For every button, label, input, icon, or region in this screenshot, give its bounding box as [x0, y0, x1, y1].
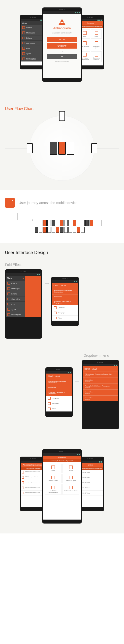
white-row[interactable]: Meu grupo — [46, 401, 72, 406]
white-row[interactable]: Meu grupo — [52, 310, 78, 316]
tile-videos[interactable]: Vídeos — [62, 464, 79, 473]
close-icon[interactable]: ✕ — [22, 277, 24, 280]
menu-item[interactable]: Ajuda — [6, 307, 25, 312]
ui-title: User Interface Design — [5, 250, 119, 255]
flow-thumb — [91, 143, 97, 153]
calendar-icon — [22, 42, 25, 44]
dd-item[interactable]: Matemática — [52, 294, 78, 299]
fold-row: SONY Menu✕ Cursos Mensagens Estante Cale… — [5, 269, 119, 338]
login-subtitle: Login com Conta Google — [52, 32, 72, 34]
dropdown-label: Dropdown menu — [5, 354, 109, 358]
white-row[interactable]: Fórum — [46, 406, 72, 412]
ui-section: User Interface Design Fold Effect SONY M… — [0, 243, 124, 444]
shelf-icon — [22, 37, 25, 39]
help-icon — [22, 52, 25, 55]
videos-icon — [95, 31, 98, 35]
flow-section: User Flow Chart — [0, 99, 124, 190]
arrow-icon: ⟶ — [75, 380, 79, 383]
tile-cadernos[interactable]: Cadernos de Atividades — [62, 484, 79, 495]
menu-item[interactable]: Mensagens — [6, 286, 25, 291]
dropdown-row: SONY CEAD - Inicial Administração Financ… — [5, 360, 119, 429]
phone-fold-large: SONY Menu✕ Cursos Mensagens Estante Cale… — [5, 269, 42, 338]
dd-item[interactable]: Administração Financeira e Orçamentária — [46, 379, 72, 385]
slides-icon — [83, 31, 86, 35]
arrow-icon: ⟶ — [45, 282, 49, 285]
phone-dropdown-large: SONY CEAD - Inicial Administração Financ… — [82, 360, 119, 429]
tile-material[interactable]: Material de Apoio — [62, 474, 79, 483]
white-row[interactable]: Fórum — [52, 316, 78, 321]
tile-plano[interactable]: Plano de Ensino — [45, 474, 62, 483]
dd-item[interactable]: Promoção, Publicidade e Propaganda — [46, 390, 72, 396]
fold-label: Fold Effect — [5, 263, 119, 267]
bottom-section: SONY Atividades Supervisionadas Administ… — [0, 444, 124, 534]
logo-icon — [58, 19, 66, 25]
phone-brand: SONY — [43, 9, 81, 10]
flow-thumb — [59, 111, 65, 121]
tile-slides[interactable]: Slides — [45, 464, 62, 473]
tile-cadernos[interactable]: Cadernos de Atividades — [91, 51, 102, 62]
phone-dropdown-small: SONY CEAD - Inicial Administração Financ… — [46, 367, 73, 417]
menu-item[interactable]: Perfil — [6, 302, 25, 307]
tile-videos[interactable]: Vídeos — [91, 30, 102, 39]
flow-circle — [30, 116, 94, 180]
white-row[interactable]: Conteúdo — [46, 396, 72, 401]
dd-item[interactable]: MatemáticaANO 2013/1 — [83, 395, 118, 401]
journey-section: User journey across the mobile device — [0, 190, 124, 243]
profile-icon — [22, 47, 25, 50]
doc-icon — [22, 471, 24, 474]
login-ra-button[interactable]: RA — [47, 54, 77, 59]
activities-icon — [83, 53, 86, 56]
menu-item[interactable]: Estante — [6, 291, 25, 296]
phone-login: SONY Anhanguera Login com Conta Google A… — [42, 8, 82, 82]
bell-icon — [22, 58, 25, 60]
journey-arrow — [17, 213, 32, 220]
dd-item[interactable]: MatemáticaANO 2013/1 — [83, 378, 118, 384]
menu-item[interactable]: Notificações — [6, 312, 25, 317]
tile-atv[interactable]: Atv. Práticas Supervisionadas — [45, 484, 62, 495]
dd-item[interactable]: Matemática — [46, 385, 72, 390]
white-row[interactable]: Conteúdo — [52, 305, 78, 310]
journey-thumbs — [35, 220, 104, 233]
flow-center — [50, 142, 74, 155]
flow-title: User Flow Chart — [5, 106, 119, 111]
content-title: Conteúdo — [43, 456, 81, 459]
flow-thumb — [27, 143, 33, 153]
dd-item[interactable]: MatemáticaANO 2013/1 — [83, 390, 118, 395]
menu-item[interactable]: Cursos — [6, 281, 25, 286]
material-icon — [95, 42, 98, 45]
dd-item[interactable]: Promoção, Publicidade e PropagandaANO 20… — [83, 384, 118, 390]
brand-name: Anhanguera — [53, 26, 71, 30]
login-uniderp-button[interactable]: UNIDERP — [47, 44, 77, 48]
journey-icon — [5, 198, 15, 208]
dd-item[interactable]: Administração Financeira e OrçamentáriaA… — [83, 372, 118, 378]
status-bar — [43, 12, 81, 14]
courses-icon — [22, 26, 25, 29]
login-aldu-button[interactable]: ALDU — [47, 37, 77, 42]
plan-icon — [83, 42, 86, 45]
messages-icon — [22, 32, 25, 34]
or-divider: Ou — [61, 50, 63, 52]
phone-content-center: SONY Conteúdo Administração Financeira e… — [42, 449, 82, 524]
dd-item[interactable]: Promoção, Publicidade e Propaganda — [52, 299, 78, 305]
phone-fold-small: SONY CEAD - Inicial Administração Financ… — [51, 277, 78, 326]
menu-item[interactable]: Calendário — [6, 296, 25, 302]
journey-title: User journey across the mobile device — [18, 200, 78, 205]
notebooks-icon — [95, 53, 98, 56]
dd-item[interactable]: Administração Financeira e Orçamentária — [52, 288, 78, 294]
forgot-link[interactable]: Esqueci minha senha — [55, 60, 69, 62]
tile-material[interactable]: Material de Apoio — [91, 40, 102, 50]
hero-section: SONY Menu Cursos Mensagens Estante Calen… — [0, 0, 124, 99]
